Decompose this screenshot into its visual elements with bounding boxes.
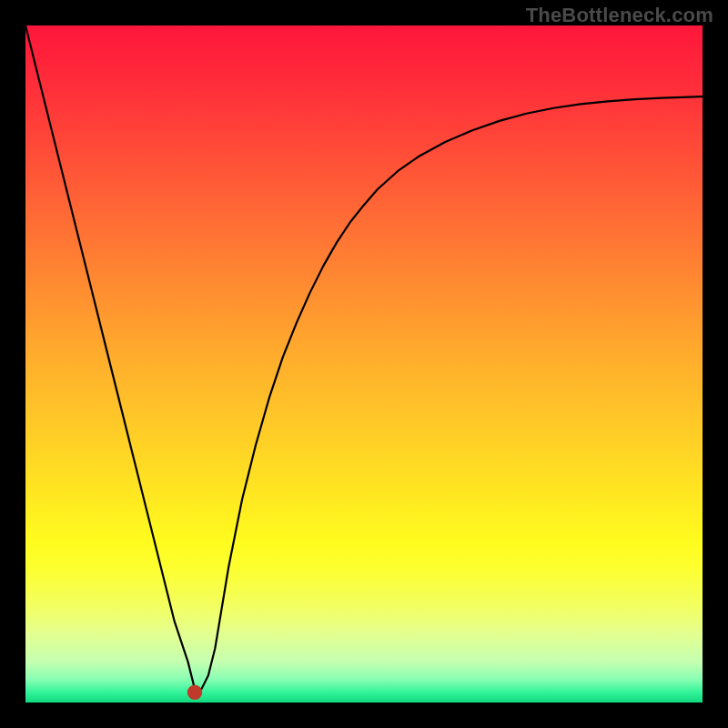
optimum-marker (187, 685, 202, 700)
watermark-text: TheBottleneck.com (526, 4, 713, 27)
chart-svg (25, 25, 703, 703)
plot-area (25, 25, 703, 703)
chart-frame: TheBottleneck.com (0, 0, 728, 728)
gradient-background (25, 25, 703, 703)
